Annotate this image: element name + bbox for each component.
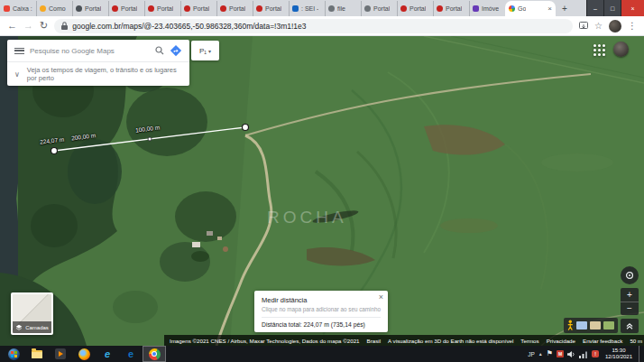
tab-label: Portal	[193, 5, 209, 12]
maps-search-input[interactable]	[30, 47, 150, 55]
tab-label: Portal	[373, 5, 390, 12]
action-center-flag-icon[interactable]: ⚑	[547, 350, 553, 357]
suggestion-text: Veja os tempos de viagem, o trânsito e o…	[27, 66, 182, 82]
search-icon[interactable]	[155, 46, 164, 55]
windows-logo-icon	[8, 348, 20, 360]
privacy-link[interactable]: Privacidade	[547, 338, 575, 344]
browser-tab[interactable]: Portal	[144, 1, 180, 16]
start-button[interactable]	[2, 346, 25, 362]
chrome-menu-icon[interactable]: ⋮	[628, 21, 637, 31]
network-icon[interactable]	[579, 350, 588, 358]
tab-label: Imóve	[482, 5, 499, 12]
security-alert-tray-icon[interactable]: !	[592, 350, 599, 357]
imagery-thumbnail[interactable]	[603, 321, 614, 330]
tab-favicon-icon	[364, 5, 371, 12]
browser-tab[interactable]: Portal	[108, 1, 144, 16]
my-location-icon	[624, 270, 635, 281]
show-desktop-button[interactable]	[639, 346, 642, 362]
tab-label: Portal	[121, 5, 137, 12]
measure-midpoint[interactable]	[148, 137, 152, 141]
imagery-strip	[564, 318, 618, 333]
window-controls: – □ ×	[586, 0, 644, 16]
tab-label: Portal	[265, 5, 281, 12]
feedback-link[interactable]: Enviar feedback	[583, 338, 622, 344]
browser-tab[interactable]: Portal	[180, 1, 216, 16]
window-maximize-button[interactable]: □	[603, 0, 621, 16]
back-button[interactable]: ←	[7, 21, 17, 31]
tray-expand-icon[interactable]: ▲	[538, 351, 543, 357]
google-apps-grid-icon[interactable]	[593, 44, 605, 56]
menu-hamburger-icon[interactable]	[14, 48, 24, 54]
layers-button[interactable]: Camadas	[11, 292, 53, 335]
tab-favicon-icon	[40, 5, 46, 12]
terms-link[interactable]: Termos	[520, 338, 538, 344]
browser-tab-strip: Caixa : Como Portal Portal Portal Portal…	[0, 0, 644, 16]
system-tray: JP ▲ ⚑ M ! 15:30 12/10/2021	[528, 346, 644, 362]
volume-icon[interactable]	[567, 350, 575, 358]
imagery-thumbnail[interactable]	[590, 321, 601, 330]
layers-label: Camadas	[25, 325, 49, 330]
file-explorer-button[interactable]	[25, 346, 49, 362]
map-scale[interactable]: 50 m	[630, 338, 644, 344]
measure-end-point[interactable]	[243, 125, 249, 131]
install-app-icon[interactable]	[579, 22, 588, 31]
imagery-thumbnail[interactable]	[576, 321, 587, 330]
travel-times-suggestion[interactable]: ∨ Veja os tempos de viagem, o trânsito e…	[7, 61, 189, 86]
tab-favicon-icon	[184, 5, 190, 12]
tab-favicon-icon	[112, 5, 118, 12]
map-canvas[interactable]: ROCHA 224,07 m200,00 m 100,00 m ∨ Veja o	[0, 36, 644, 346]
browser-tab[interactable]: Portal	[397, 1, 433, 16]
maps-search-row	[7, 40, 189, 61]
directions-icon[interactable]	[170, 44, 182, 57]
firefox-button[interactable]	[72, 346, 96, 362]
tab-close-icon[interactable]: ×	[547, 5, 552, 13]
language-indicator[interactable]: JP	[528, 351, 535, 357]
tab-favicon-icon	[148, 5, 154, 12]
browser-tab[interactable]: Caixa :	[0, 1, 36, 16]
maps-search-card: ∨ Veja os tempos de viagem, o trânsito e…	[7, 40, 189, 86]
window-minimize-button[interactable]: –	[586, 0, 603, 16]
forward-button[interactable]: →	[23, 21, 33, 31]
close-icon[interactable]: ×	[379, 293, 383, 302]
browser-tab[interactable]: Portal	[72, 1, 108, 16]
zoom-in-button[interactable]: +	[621, 288, 639, 302]
browser-tab[interactable]: Portal	[433, 1, 469, 16]
browser-tab-active-google-maps[interactable]: Go×	[505, 1, 556, 16]
browser-tab[interactable]: file	[325, 1, 361, 16]
google-account-avatar[interactable]	[613, 42, 629, 57]
window-close-button[interactable]: ×	[621, 0, 644, 16]
taskbar-clock[interactable]: 15:30 12/10/2021	[603, 348, 635, 360]
browser-tab[interactable]: Portal	[361, 1, 397, 16]
tab-favicon-icon	[76, 5, 82, 12]
browser-tab[interactable]: Imóve	[469, 1, 505, 16]
browser-profile-avatar[interactable]	[609, 20, 621, 32]
measure-panel-title: Medir distância	[262, 296, 381, 304]
antivirus-tray-icon[interactable]: M	[557, 350, 564, 357]
collapse-imagery-button[interactable]	[621, 319, 639, 333]
browser-tab[interactable]: Portal	[253, 1, 289, 16]
country-label: Brasil	[367, 338, 381, 344]
browser-tab[interactable]: Portal	[216, 1, 253, 16]
browser-tab[interactable]: : SEI -	[289, 1, 325, 16]
internet-explorer-button[interactable]: e	[96, 346, 119, 362]
clock-date: 12/10/2021	[605, 354, 632, 360]
pegman-icon[interactable]	[567, 320, 574, 331]
tab-favicon-icon	[256, 5, 262, 12]
zoom-out-button[interactable]: −	[621, 302, 639, 316]
address-bar[interactable]: google.com.br/maps/@-23.403665,-50.98632…	[54, 19, 573, 33]
media-player-button[interactable]	[49, 346, 72, 362]
measure-start-point[interactable]	[51, 148, 58, 154]
browser-tab[interactable]: Como	[36, 1, 72, 16]
tab-favicon-icon	[328, 5, 335, 12]
tab-label: Caixa :	[13, 5, 32, 12]
reload-button[interactable]: ↻	[40, 21, 48, 31]
chrome-button-active[interactable]	[143, 346, 166, 362]
tab-favicon-maps-icon	[509, 5, 515, 12]
media-player-icon	[55, 348, 66, 359]
new-tab-button[interactable]: +	[557, 1, 572, 15]
bookmark-star-icon[interactable]: ☆	[594, 21, 603, 31]
profile-chip-p1[interactable]: P₁ ▾	[191, 41, 219, 60]
edge-button[interactable]: e	[119, 346, 143, 362]
my-location-button[interactable]	[621, 266, 639, 284]
tab-favicon-icon	[473, 5, 479, 12]
